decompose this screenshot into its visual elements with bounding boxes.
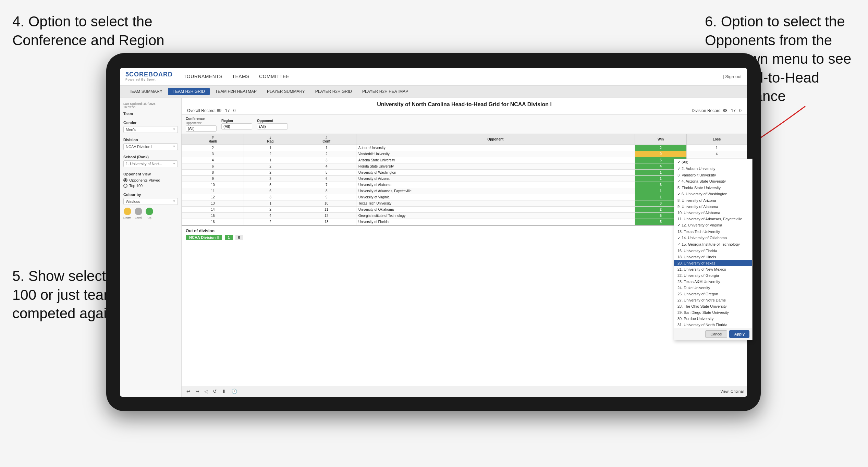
table-row: 15 4 12 Georgia Institute of Technology …: [182, 212, 747, 219]
radio-top100[interactable]: Top 100: [123, 184, 178, 188]
cell-conf: 11: [297, 206, 356, 212]
table-row: 4 1 3 Arizona State University 5 1: [182, 157, 747, 163]
apply-button[interactable]: Apply: [729, 330, 747, 338]
data-table: #Rank #Rag #Conf Opponent Win Loss 2 1: [182, 134, 747, 225]
dropdown-item[interactable]: 15. Georgia Institute of Technology: [674, 241, 747, 248]
cell-rag: 3: [244, 175, 297, 182]
dropdown-item[interactable]: 28. The Ohio State University: [674, 303, 747, 309]
legend-up: Up: [146, 208, 153, 220]
cell-rank: 2: [182, 145, 244, 151]
table-header-row: #Rank #Rag #Conf Opponent Win Loss: [182, 134, 747, 145]
team-label: Team: [123, 112, 178, 116]
cell-opponent: Arizona State University: [356, 157, 635, 163]
conference-select[interactable]: (All): [186, 125, 217, 132]
school-select[interactable]: 1. University of Nort...: [123, 160, 178, 167]
cell-opponent: University of Arkansas, Fayetteville: [356, 188, 635, 194]
subnav-player-h2h-heatmap[interactable]: PLAYER H2H HEATMAP: [357, 88, 413, 95]
redo-btn[interactable]: ↪: [194, 388, 201, 395]
dropdown-item[interactable]: 16. University of Florida: [674, 248, 747, 254]
refresh-btn[interactable]: ↺: [211, 388, 218, 395]
dropdown-item[interactable]: 22. University of Georgia: [674, 272, 747, 279]
opponent-select[interactable]: (All): [257, 123, 288, 130]
dropdown-item[interactable]: (All): [674, 159, 747, 165]
table-row: 8 2 5 University of Washington 1 0: [182, 169, 747, 175]
cell-conf: 9: [297, 194, 356, 200]
subnav-team-summary[interactable]: TEAM SUMMARY: [124, 88, 167, 95]
legend-up-label: Up: [147, 216, 151, 220]
opponent-filter-group: Opponent (All): [257, 119, 288, 130]
dropdown-item[interactable]: 25. University of Oregon: [674, 291, 747, 297]
cell-rag: 2: [244, 163, 297, 169]
dropdown-item[interactable]: 2. Auburn University: [674, 165, 747, 172]
tablet-screen: 5COREBOARD Powered By Sport TOURNAMENTS …: [120, 68, 747, 397]
clock-btn[interactable]: 🕐: [230, 388, 239, 395]
dropdown-item[interactable]: 20. University of Texas: [674, 260, 747, 266]
nav-committee[interactable]: COMMITTEE: [259, 72, 290, 81]
table-row: 11 6 8 University of Arkansas, Fayettevi…: [182, 188, 747, 194]
report-header: University of North Carolina Head-to-Hea…: [182, 98, 747, 115]
sidebar: Last Updated: 4/7/2024 16:55:38 Team Gen…: [120, 98, 182, 397]
school-label: School (Rank): [123, 155, 178, 159]
dropdown-item[interactable]: 30. Purdue University: [674, 316, 747, 322]
dropdown-item[interactable]: 3. Vanderbilt University: [674, 172, 747, 178]
cell-rag: 2: [244, 219, 297, 225]
out-division-loss: 0: [235, 235, 243, 240]
gender-select[interactable]: Men's: [123, 126, 178, 133]
subnav-team-h2h-heatmap[interactable]: TEAM H2H HEATMAP: [210, 88, 261, 95]
overall-record: Overall Record: 89 - 17 - 0: [187, 108, 235, 113]
out-of-division-label: Out of division: [186, 229, 743, 233]
dropdown-item[interactable]: 18. University of Illinois: [674, 254, 747, 260]
dropdown-item[interactable]: 11. University of Arkansas, Fayetteville: [674, 216, 747, 222]
nav-tournaments[interactable]: TOURNAMENTS: [184, 72, 222, 81]
radio-opponents-played[interactable]: Opponents Played: [123, 178, 178, 182]
dropdown-item[interactable]: 4. Arizona State University: [674, 178, 747, 185]
cell-opponent: University of Virginia: [356, 194, 635, 200]
report-records: Overall Record: 89 - 17 - 0 Division Rec…: [187, 108, 742, 113]
sidebar-school-section: School (Rank) 1. University of Nort...: [123, 155, 178, 167]
cell-rag: 1: [244, 200, 297, 206]
subnav-team-h2h-grid[interactable]: TEAM H2H GRID: [168, 88, 210, 95]
dropdown-item[interactable]: 29. San Diego State University: [674, 309, 747, 316]
cell-rank: 14: [182, 206, 244, 212]
subnav-player-summary[interactable]: PLAYER SUMMARY: [262, 88, 310, 95]
cancel-button[interactable]: Cancel: [705, 330, 727, 338]
legend: Down Level Up: [123, 208, 178, 220]
right-panel: University of North Carolina Head-to-Hea…: [182, 98, 747, 397]
legend-down-label: Down: [123, 216, 131, 220]
dropdown-item[interactable]: 23. Texas A&M University: [674, 279, 747, 285]
dropdown-item[interactable]: 27. University of Notre Dame: [674, 297, 747, 303]
legend-dot-up: [146, 208, 153, 215]
dropdown-item[interactable]: 10. University of Alabama: [674, 210, 747, 216]
cell-conf: 5: [297, 169, 356, 175]
colour-by-select[interactable]: Win/loss: [123, 198, 178, 205]
dropdown-item[interactable]: 5. Florida State University: [674, 185, 747, 191]
cell-rank: 6: [182, 163, 244, 169]
division-select[interactable]: NCAA Division I: [123, 143, 178, 150]
dropdown-item[interactable]: 9. University of Alabama: [674, 204, 747, 210]
dropdown-item[interactable]: 13. Texas Tech University: [674, 229, 747, 235]
data-table-wrap: #Rank #Rag #Conf Opponent Win Loss 2 1: [182, 134, 747, 386]
nav-signout[interactable]: | Sign out: [723, 74, 742, 79]
dropdown-item[interactable]: 31. University of North Florida: [674, 322, 747, 328]
dropdown-item[interactable]: 24. Duke University: [674, 285, 747, 291]
cell-rank: 11: [182, 188, 244, 194]
nav-teams[interactable]: TEAMS: [232, 72, 249, 81]
table-row: 13 1 10 Texas Tech University 3 0: [182, 200, 747, 206]
dropdown-item[interactable]: 6. University of Washington: [674, 191, 747, 197]
dropdown-item[interactable]: 12. University of Virginia: [674, 222, 747, 229]
dropdown-item[interactable]: 21. University of New Mexico: [674, 266, 747, 272]
bottom-toolbar: ↩ ↪ ◁ ↺ ⏸ 🕐 View: Original: [182, 386, 747, 397]
table-row: 16 2 13 University of Florida 5 1: [182, 219, 747, 225]
pause-btn[interactable]: ⏸: [220, 388, 228, 395]
back-btn[interactable]: ◁: [203, 388, 209, 395]
cell-win: 2: [635, 145, 686, 151]
dropdown-item[interactable]: 14. University of Oklahoma: [674, 235, 747, 241]
table-row: 10 5 7 University of Alabama 3 0: [182, 182, 747, 188]
dropdown-item[interactable]: 8. University of Arizona: [674, 197, 747, 204]
opponent-dropdown[interactable]: (All)2. Auburn University3. Vanderbilt U…: [674, 159, 747, 340]
cell-opponent: Vanderbilt University: [356, 151, 635, 157]
subnav-player-h2h-grid[interactable]: PLAYER H2H GRID: [310, 88, 357, 95]
cell-opponent: Texas Tech University: [356, 200, 635, 206]
undo-btn[interactable]: ↩: [185, 388, 192, 395]
region-select[interactable]: (All): [221, 123, 252, 130]
